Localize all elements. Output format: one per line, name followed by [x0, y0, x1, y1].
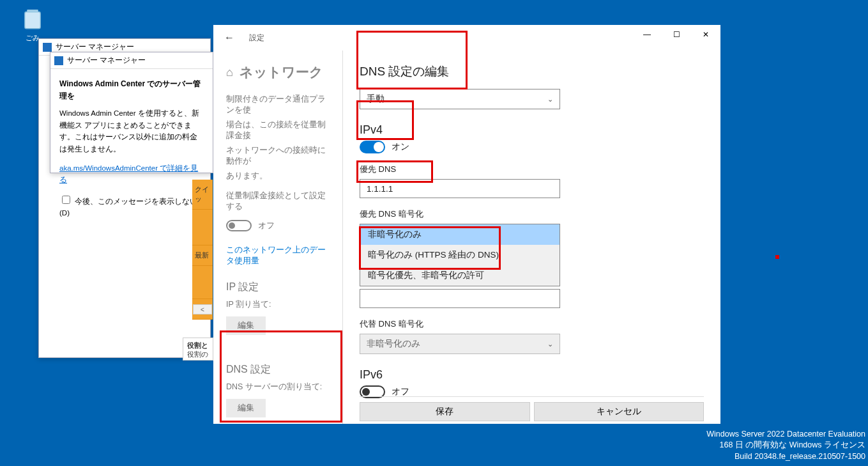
enc-option-encrypted-preferred[interactable]: 暗号化優先、非暗号化の許可: [360, 265, 560, 286]
cancel-button[interactable]: キャンセル: [534, 402, 704, 421]
alternate-dns-encryption-label: 代替 DNS 暗号化: [360, 318, 704, 330]
ipv4-toggle[interactable]: オン: [360, 141, 704, 153]
close-button[interactable]: ✕: [691, 25, 720, 44]
alternate-encryption-dropdown[interactable]: 非暗号化のみ ⌄: [360, 334, 560, 354]
recycle-bin-icon: [19, 5, 46, 32]
enc-option-encrypted-only[interactable]: 暗号化のみ (HTTPS 経由の DNS): [360, 245, 560, 265]
wac-link[interactable]: aka.ms/WindowsAdminCenter で詳細を見る: [59, 164, 198, 183]
chevron-down-icon: ⌄: [547, 340, 553, 348]
dns-edit-panel: DNS 設定の編集 手動 ⌄ IPv4 オン 優先 DNS 1.1.1.1 優先…: [343, 50, 720, 424]
dns-settings-heading: DNS 設定: [226, 363, 330, 377]
server-manager-icon: [43, 43, 52, 52]
home-icon: ⌂: [226, 66, 233, 79]
metered-toggle[interactable]: オフ: [226, 220, 275, 231]
maximize-button[interactable]: ☐: [662, 25, 691, 44]
svg-rect-0: [25, 12, 41, 29]
ip-edit-button[interactable]: 編集: [226, 316, 266, 335]
chevron-down-icon: ⌄: [547, 95, 553, 104]
ipv4-heading: IPv4: [360, 123, 704, 137]
ip-assign-label: IP 割り当て:: [226, 299, 330, 310]
roles-panel: 役割と 役割の: [183, 338, 213, 361]
dns-assign-label: DNS サーバーの割り当て:: [226, 382, 330, 392]
server-manager-window-2[interactable]: サーバー マネージャー Windows Admin Center でのサーバー管…: [50, 52, 213, 173]
settings-title: 設定: [249, 33, 264, 43]
server-manager-sidebar: クイッ 最新 詳細: [192, 180, 213, 320]
ipv6-heading: IPv6: [360, 368, 704, 382]
save-button[interactable]: 保存: [360, 402, 530, 421]
preferred-dns-input[interactable]: 1.1.1.1: [360, 179, 560, 198]
server-manager-icon: [54, 56, 63, 65]
preferred-dns-encryption-label: 優先 DNS 暗号化: [360, 208, 704, 220]
windows-watermark: Windows Server 2022 Datacenter Evaluatio…: [706, 429, 865, 463]
toggle-on-icon: [360, 141, 385, 153]
wac-checkbox-input[interactable]: [62, 196, 70, 204]
preferred-dns-label: 優先 DNS: [360, 164, 704, 175]
recycle-bin-label: ごみ: [26, 34, 40, 42]
minimize-button[interactable]: —: [632, 25, 662, 44]
settings-left-pane: ⌂ ネットワーク 制限付きのデータ通信プランを使 場合は、この接続を従量制課金接…: [213, 50, 342, 424]
enc-option-unencrypted[interactable]: 非暗号化のみ: [360, 224, 560, 245]
data-usage-link[interactable]: このネットワーク上のデータ使用量: [226, 245, 330, 267]
dns-edit-title: DNS 設定の編集: [360, 63, 704, 80]
back-button[interactable]: ←: [220, 29, 239, 46]
wac-heading: Windows Admin Center でのサーバー管理を: [59, 78, 204, 102]
wac-checkbox[interactable]: 今後、このメッセージを表示しない(D): [59, 198, 197, 217]
wac-text: Windows Admin Center を使用すると、新機能ス アプリにまとめ…: [59, 107, 204, 155]
scroll-left-stub[interactable]: <: [193, 304, 212, 315]
ip-settings-heading: IP 設定: [226, 281, 330, 294]
toggle-off-icon: [226, 220, 252, 231]
preferred-encryption-dropdown-open[interactable]: 非暗号化のみ 暗号化のみ (HTTPS 経由の DNS) 暗号化優先、非暗号化の…: [360, 224, 560, 286]
red-dot-artifact: [775, 255, 779, 259]
settings-window: ← 設定 — ☐ ✕ ⌂ ネットワーク 制限付きのデータ通信プランを使 場合は、…: [213, 25, 720, 424]
svg-rect-1: [27, 10, 38, 12]
settings-header: ← 設定 — ☐ ✕: [213, 25, 720, 50]
recycle-bin[interactable]: ごみ: [19, 5, 46, 43]
alternate-dns-input[interactable]: [360, 289, 560, 308]
dns-edit-button[interactable]: 編集: [226, 399, 266, 417]
dns-mode-dropdown[interactable]: 手動 ⌄: [360, 89, 560, 109]
network-heading: ⌂ ネットワーク: [226, 63, 330, 81]
server-manager-title-2: サーバー マネージャー: [50, 52, 213, 69]
